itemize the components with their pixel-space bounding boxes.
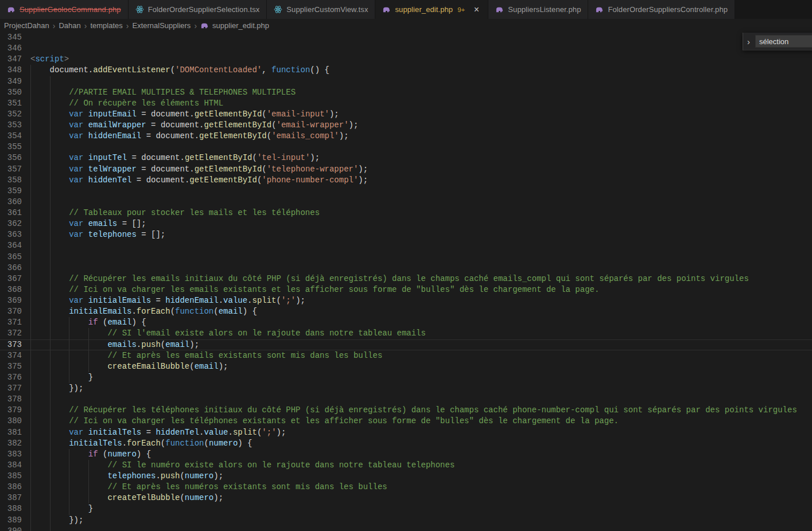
code-line[interactable]: 387createTelBubble(numero); [0, 493, 812, 503]
code-line[interactable]: 359 [0, 186, 812, 197]
code-line[interactable]: 389}); [0, 515, 812, 526]
line-number: 353 [0, 120, 22, 131]
code-line[interactable]: 390 [0, 526, 812, 531]
code-text: // Tableaux pour stocker les mails et le… [30, 208, 320, 218]
code-line[interactable]: 380// Ici on va charger les téléphones e… [0, 416, 812, 427]
code-line[interactable]: 377}); [0, 383, 812, 394]
token: createTelBubble [107, 493, 180, 502]
code-line[interactable]: 354var hiddenEmail = document.getElement… [0, 131, 812, 142]
code-line[interactable]: 378 [0, 394, 812, 405]
token: var [69, 219, 83, 228]
token: ); [189, 340, 199, 349]
token: . [228, 428, 233, 437]
code-line[interactable]: 353var emailWrapper = document.getElemen… [0, 120, 812, 131]
breadcrumb-item[interactable]: templates [90, 21, 122, 30]
code-line[interactable]: 379// Récupérer les téléphones initiaux … [0, 405, 812, 416]
breadcrumb: ProjectDahan›Dahan›templates›ExternalSup… [0, 19, 812, 32]
code-line[interactable]: 358var hiddenTel = document.getElementBy… [0, 175, 812, 186]
token: = [141, 131, 156, 140]
code-line[interactable]: 352var inputEmail = document.getElementB… [0, 109, 812, 120]
token: . [219, 296, 223, 305]
line-number: 376 [0, 372, 22, 383]
token: ( [170, 307, 175, 316]
code-line[interactable]: 366 [0, 263, 812, 274]
line-number: 387 [0, 493, 22, 503]
code-line[interactable]: 388} [0, 503, 812, 514]
code-line[interactable]: 367// Récupérer les emails initiaux du c… [0, 274, 812, 284]
code-line[interactable]: 381var initialTels = hiddenTel.value.spl… [0, 427, 812, 438]
code-line[interactable]: 364 [0, 240, 812, 251]
breadcrumb-file[interactable]: supplier_edit.php [212, 21, 269, 30]
code-text: // Et après les emails existants sont mi… [30, 350, 382, 361]
tab-SuppliersListener.php[interactable]: SuppliersListener.php [488, 0, 588, 19]
code-line[interactable]: 351// On récupère les éléments HTML [0, 98, 812, 109]
code-line[interactable]: 356var inputTel = document.getElementByI… [0, 153, 812, 163]
code-line[interactable]: 385telephones.push(numero); [0, 471, 812, 482]
token: emails [88, 219, 117, 228]
token: createEmailBubble [107, 362, 189, 371]
code-line[interactable]: 347<script> [0, 54, 812, 65]
code-line[interactable]: 350//PARTIE EMAIL MULTIPLES & TELEPHONES… [0, 87, 812, 98]
code-line[interactable]: 374// Et après les emails existants sont… [0, 350, 812, 361]
code-text: // Et après les numéros existants sont m… [30, 482, 387, 493]
code-text: // Ici on va charger les téléphones exis… [30, 416, 619, 427]
token: function [271, 65, 310, 75]
code-line[interactable]: 362var emails = []; [0, 218, 812, 229]
code-line[interactable]: 355 [0, 142, 812, 153]
token: var [69, 428, 83, 437]
code-line[interactable]: 384// SI le numéro existe alors on le ra… [0, 460, 812, 471]
code-area[interactable]: 345346347<script>348document.addEventLis… [0, 32, 812, 531]
code-line[interactable]: 382initialTels.forEach(function(numero) … [0, 438, 812, 449]
code-line[interactable]: 363var telephones = []; [0, 229, 812, 240]
tab-FolderOrderSupplierSelection.tsx[interactable]: FolderOrderSupplierSelection.tsx [129, 0, 267, 19]
token: 'DOMContentLoaded' [175, 65, 262, 75]
code-line[interactable]: 375createEmailBubble(email); [0, 361, 812, 372]
breadcrumb-item[interactable]: Dahan [59, 21, 80, 30]
tab-supplier_edit.php[interactable]: supplier_edit.php9+× [375, 0, 488, 19]
token: email [195, 362, 219, 371]
token: var [69, 230, 83, 239]
line-number: 364 [0, 240, 22, 251]
tab-SupplierGeolocCommand.php[interactable]: SupplierGeolocCommand.php [0, 0, 129, 19]
code-line[interactable]: 348document.addEventListener('DOMContent… [0, 65, 812, 76]
code-line[interactable]: 383if (numero) { [0, 449, 812, 460]
token: inputEmail [88, 110, 137, 119]
code-line[interactable]: 345 [0, 32, 812, 43]
code-line[interactable]: 368// Ici on va charger les emails exist… [0, 284, 812, 295]
tab-SupplierCustomView.tsx[interactable]: SupplierCustomView.tsx [267, 0, 375, 19]
code-line[interactable]: 373emails.push(email); [0, 339, 812, 350]
code-line[interactable]: 386// Et après les numéros existants son… [0, 482, 812, 493]
line-number: 350 [0, 87, 22, 98]
token: ( [180, 493, 184, 502]
breadcrumb-item[interactable]: ProjectDahan [4, 21, 49, 30]
token: emails [107, 340, 136, 349]
code-line[interactable]: 365 [0, 252, 812, 263]
close-icon[interactable]: × [472, 5, 481, 14]
token: 'phone-number-compl' [262, 175, 358, 185]
token: ( [204, 439, 208, 448]
line-number: 346 [0, 43, 22, 54]
code-line[interactable]: 372// SI l'email existe alors on le rajo… [0, 328, 812, 339]
code-line[interactable]: 370initialEmails.forEach(function(email)… [0, 306, 812, 317]
chevron-right-icon: › [126, 22, 129, 29]
code-text: // Ici on va charger les emails existant… [30, 284, 599, 295]
code-line[interactable]: 376} [0, 372, 812, 383]
tab-FolderOrderSuppliersController.php[interactable]: FolderOrderSuppliersController.php [588, 0, 735, 19]
breadcrumb-item[interactable]: ExternalSuppliers [132, 21, 191, 30]
token: = []; [137, 230, 165, 239]
code-line[interactable]: 357var telWrapper = document.getElementB… [0, 164, 812, 175]
code-line[interactable]: 346 [0, 43, 812, 54]
line-number: 386 [0, 482, 22, 493]
line-number: 352 [0, 109, 22, 120]
token: telephones [88, 230, 137, 239]
find-toggle-chevron-icon[interactable]: › [745, 37, 752, 46]
find-input[interactable] [755, 35, 812, 48]
code-line[interactable]: 361// Tableaux pour stocker les mails et… [0, 208, 812, 218]
token: emailWrapper [88, 120, 146, 130]
token: }); [69, 384, 83, 393]
code-line[interactable]: 349 [0, 76, 812, 87]
code-line[interactable]: 360 [0, 197, 812, 208]
react-icon [274, 5, 282, 14]
code-line[interactable]: 371if (email) { [0, 317, 812, 328]
code-line[interactable]: 369var initialEmails = hiddenEmail.value… [0, 295, 812, 306]
